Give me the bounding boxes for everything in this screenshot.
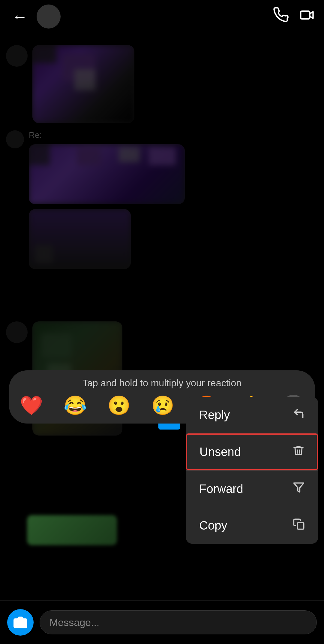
- copy-label: Copy: [199, 519, 227, 532]
- phone-icon[interactable]: [273, 7, 289, 26]
- context-menu-reply[interactable]: Reply: [186, 397, 318, 433]
- bubble-container-1: [32, 45, 134, 123]
- message-avatar-2: [6, 130, 24, 148]
- message-placeholder: Message...: [50, 617, 99, 628]
- delete-icon: [292, 445, 304, 459]
- message-input[interactable]: Message...: [40, 610, 317, 634]
- emoji-laugh[interactable]: 😂: [64, 396, 87, 415]
- emoji-cry[interactable]: 😢: [151, 396, 174, 415]
- message-bubble-2: [29, 144, 185, 204]
- context-menu: Reply Unsend Forw: [186, 397, 318, 544]
- message-bubble-2b: [29, 209, 131, 269]
- svg-marker-1: [294, 483, 304, 492]
- context-menu-unsend[interactable]: Unsend: [186, 433, 318, 470]
- forward-icon: [293, 481, 305, 496]
- blurred-image-1: [32, 45, 134, 123]
- reply-indicator: Re:: [29, 130, 185, 140]
- unsend-label: Unsend: [200, 445, 241, 459]
- chat-area: Re:: [0, 33, 324, 604]
- message-avatar-1: [6, 45, 28, 67]
- svg-rect-0: [301, 11, 310, 19]
- context-menu-forward[interactable]: Forward: [186, 470, 318, 507]
- context-menu-copy[interactable]: Copy: [186, 507, 318, 544]
- emoji-heart[interactable]: ❤️: [20, 396, 43, 415]
- header: ←: [0, 0, 324, 33]
- camera-button[interactable]: [7, 609, 34, 636]
- header-action-icons: [273, 7, 315, 26]
- bottom-image-preview: [27, 515, 117, 545]
- emoji-wow[interactable]: 😮: [107, 396, 130, 415]
- message-bubble-1: [32, 45, 134, 123]
- message-avatar-3: [6, 321, 28, 343]
- blurred-image-2: [29, 144, 185, 204]
- back-button[interactable]: ←: [9, 5, 31, 29]
- forward-label: Forward: [199, 482, 243, 496]
- reaction-hint-text: Tap and hold to multiply your reaction: [20, 378, 304, 389]
- video-call-icon[interactable]: [299, 7, 315, 26]
- message-block-1: [6, 45, 318, 123]
- svg-rect-2: [297, 523, 304, 529]
- reply-icon: [293, 408, 305, 422]
- message-block-2: Re:: [6, 130, 318, 269]
- svg-point-3: [18, 621, 22, 625]
- bubble-container-2: Re:: [29, 130, 185, 269]
- message-input-area: Message...: [0, 600, 324, 644]
- blurred-image-2b: [29, 209, 131, 269]
- contact-avatar: [37, 5, 61, 29]
- reply-label: Reply: [199, 408, 230, 422]
- copy-icon: [293, 518, 305, 533]
